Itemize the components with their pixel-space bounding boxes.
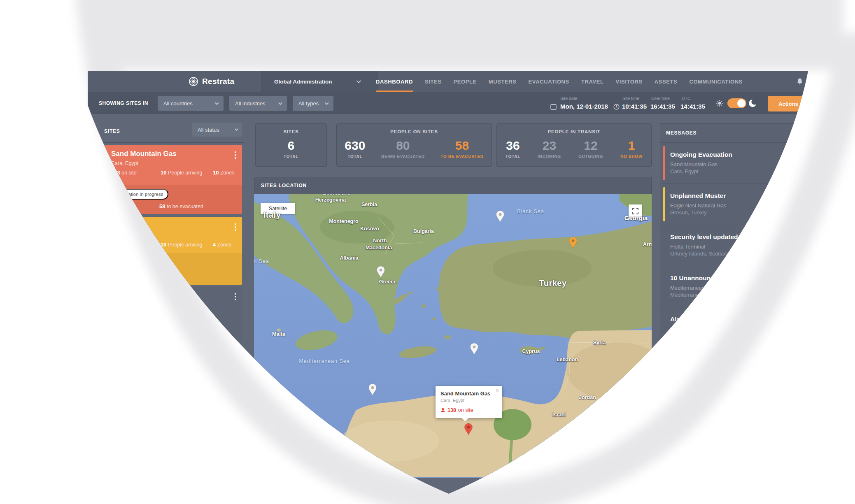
nav-tab[interactable]: TRAVEL: [581, 71, 604, 92]
sites-panel-header: SITES All status: [99, 119, 244, 143]
chevron-down-icon: [356, 79, 361, 83]
map-label: Albania: [340, 255, 358, 261]
stat-number: 6: [284, 139, 298, 153]
utc-label: UTC: [682, 96, 691, 101]
popup-count: 138: [447, 407, 456, 413]
messages-title: MESSAGES: [666, 130, 697, 136]
knot-icon: [189, 77, 198, 86]
kebab-icon[interactable]: [235, 223, 236, 225]
map-label: Black Sea: [517, 209, 544, 214]
stat-sublabel: TOTAL: [506, 154, 520, 159]
stat-card-title: SITES: [256, 129, 326, 134]
stat-card-sites: SITES 6TOTAL: [255, 123, 327, 167]
person-icon: [440, 408, 445, 413]
nav-tabs: DASHBOARDSITESPEOPLEMUSTERSEVACUATIONSTR…: [376, 71, 743, 92]
map-label: Montenegro: [329, 218, 359, 224]
map-pin[interactable]: [464, 423, 473, 437]
filter-dropdowns: All countries All industries All types: [158, 96, 333, 111]
map-label: North: [373, 238, 387, 244]
map-label: Bosnia and: [323, 194, 350, 196]
filter-dropdown-value: All industries: [235, 100, 266, 107]
stat-number: 58: [440, 139, 483, 153]
filter-dropdown-value: All types: [298, 100, 319, 107]
stat-sublabel: TOTAL: [284, 154, 298, 159]
stat-column: 6TOTAL: [284, 139, 298, 159]
org-selector-value: Global Administration: [274, 79, 332, 85]
map-label: Georgia: [624, 214, 648, 221]
popup-count-row: 138 on site: [440, 407, 497, 413]
map-label: n Sea: [254, 258, 269, 264]
filter-dropdown[interactable]: All industries: [229, 96, 287, 111]
stat-column: 12OUTGOING: [578, 139, 603, 159]
nav-tab[interactable]: COMMUNICATIONS: [689, 71, 742, 92]
site-card-stat: 10 People arriving: [161, 242, 202, 248]
map-panel-header: SITES LOCATION: [254, 177, 652, 194]
calendar-icon: [550, 103, 557, 110]
theme-toggle[interactable]: [727, 98, 746, 108]
site-time-label: Site time: [622, 96, 639, 101]
chevron-down-icon: [235, 127, 238, 130]
stat-number: 80: [381, 139, 425, 153]
map-label: Mediterranean Sea: [299, 358, 349, 364]
sites-panel-title: SITES: [104, 128, 120, 134]
nav-tab[interactable]: SITES: [425, 71, 442, 92]
moon-icon: [749, 99, 757, 108]
org-selector[interactable]: Global Administration: [261, 71, 378, 92]
nav-tab[interactable]: ASSETS: [655, 71, 678, 92]
map-pin[interactable]: [368, 383, 377, 397]
user-time-label: User time: [651, 96, 670, 101]
stat-sublabel: OUTGOING: [578, 154, 603, 159]
map-popup[interactable]: × Sand Mountain Gas Caro, Egypt 138 on s…: [436, 386, 502, 418]
nav-tab[interactable]: EVACUATIONS: [529, 71, 569, 92]
map-pin[interactable]: [469, 343, 479, 357]
filter-label: SHOWING SITES IN: [99, 100, 148, 106]
map-label: Greece: [379, 279, 396, 285]
map-label: Israel: [552, 412, 566, 418]
kebab-icon[interactable]: [235, 293, 236, 295]
map-label: Italy: [263, 210, 281, 220]
site-card-stat: 10 People arriving: [161, 170, 202, 176]
chevron-down-icon: [278, 101, 282, 105]
stat-sublabel: TOTAL: [345, 154, 365, 159]
stat-label: Zones: [220, 170, 235, 176]
stat-card-people-in-transit: PEOPLE IN TRANSIT 36TOTAL23INCOMING12OUT…: [496, 123, 652, 167]
nav-tab[interactable]: DASHBOARD: [376, 71, 413, 92]
stat-number: 36: [506, 139, 520, 153]
map-pin[interactable]: [495, 210, 505, 224]
stat-columns: 630TOTAL80BEING EVACUATED58TO BE EVACUAT…: [337, 139, 492, 159]
filter-dropdown[interactable]: All types: [293, 96, 333, 111]
stat-label: Zones: [217, 242, 232, 248]
clock-icon: [613, 104, 620, 110]
map-label: Armenia: [643, 242, 652, 247]
chevron-down-icon: [215, 101, 219, 105]
stat-label: People arriving: [168, 242, 202, 248]
brand: Restrata: [189, 71, 234, 92]
utc-time-value: 14:41:35: [680, 103, 705, 110]
popup-title: Sand Mountain Gas: [440, 390, 497, 397]
map-label: Herzegovina: [315, 197, 346, 203]
nav-tab[interactable]: MUSTERS: [489, 71, 517, 92]
popup-count-label: on site: [458, 407, 473, 413]
stat-sublabel: TO BE EVACUATED: [440, 154, 483, 159]
map-pin[interactable]: [376, 266, 386, 280]
stat-card-title: PEOPLE ON SITES: [337, 129, 492, 134]
nav-tab[interactable]: PEOPLE: [453, 71, 476, 92]
filter-dropdown[interactable]: All countries: [158, 96, 224, 111]
user-time-value: 16:41:35: [650, 103, 675, 110]
site-date-value: Mon, 12-01-2018: [560, 103, 608, 110]
chevron-down-icon: [325, 101, 329, 105]
map-label: Cyprus: [522, 348, 540, 354]
stat-number: 630: [345, 139, 365, 153]
map-label: Turkey: [539, 279, 566, 288]
map-label: Bulgaria: [413, 228, 434, 234]
map-pin[interactable]: [568, 237, 578, 251]
stat-columns: 36TOTAL23INCOMING12OUTGOING1NO SHOW: [497, 139, 651, 159]
site-card-title: Sand Mountain Gas: [111, 150, 177, 158]
kebab-icon[interactable]: [235, 151, 236, 153]
map-label: Lebanon: [557, 357, 578, 362]
stat-value: 10: [213, 170, 219, 176]
status-filter-dropdown[interactable]: All status: [192, 123, 242, 137]
close-icon[interactable]: ×: [496, 388, 499, 393]
brand-name: Restrata: [202, 77, 234, 86]
nav-tab[interactable]: VISITORS: [616, 71, 643, 92]
